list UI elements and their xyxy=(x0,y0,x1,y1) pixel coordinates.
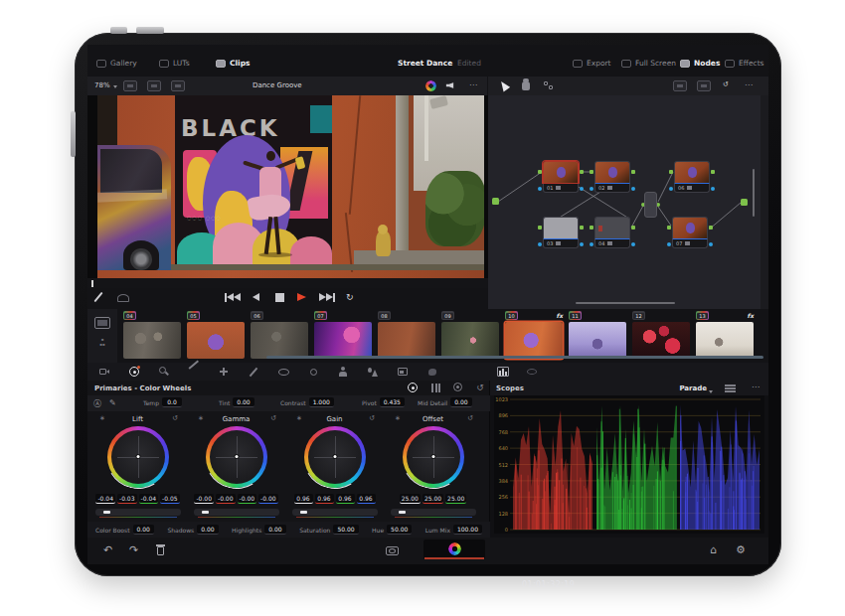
smudge-tool-icon[interactable] xyxy=(427,367,437,377)
history-icon[interactable]: ↺ xyxy=(723,80,729,88)
node-graph[interactable]: 010206030407 xyxy=(488,95,760,309)
viewer-mode-icon-3[interactable] xyxy=(171,80,185,91)
gallery-button[interactable]: Gallery xyxy=(96,59,137,68)
viewer-scrub-bar[interactable] xyxy=(87,278,488,288)
frame-tool-icon[interactable] xyxy=(398,367,408,377)
undo-icon[interactable]: ↶ xyxy=(103,543,112,556)
ellipse-tool-icon[interactable] xyxy=(278,367,288,377)
circle-tool-icon[interactable] xyxy=(308,367,318,377)
wheel-master-slider[interactable] xyxy=(292,509,378,516)
wheel-reset-icon[interactable]: ↺ xyxy=(172,414,178,422)
skip-start-button[interactable] xyxy=(225,293,241,302)
scope-more-icon[interactable]: ⋯ xyxy=(752,383,760,391)
param[interactable]: Lum Mix100.00 xyxy=(425,525,482,535)
settings-gear-icon[interactable]: ⚙ xyxy=(736,543,746,556)
auto-icon[interactable]: Ⓐ xyxy=(93,398,101,409)
timeline-scrollbar[interactable] xyxy=(266,356,763,359)
viewer-more-icon[interactable]: ⋯ xyxy=(469,80,478,89)
param[interactable]: Mid Detail0.00 xyxy=(418,397,472,407)
param[interactable]: Hue50.00 xyxy=(372,525,412,535)
param[interactable]: Color Boost0.00 xyxy=(95,525,154,535)
clips-button[interactable]: Clips xyxy=(216,59,250,68)
graph-node-06[interactable]: 06 xyxy=(674,161,710,193)
color-wheel[interactable]: ∗ Lift ↺ -0.04 -0.03 -0.04 -0.05 xyxy=(89,411,186,522)
play-button[interactable] xyxy=(297,293,306,301)
home-icon[interactable]: ⌂ xyxy=(710,543,717,556)
timeline-clip[interactable]: 09 xyxy=(441,311,501,361)
timeline-clip[interactable]: 04 xyxy=(123,311,183,361)
viewer-mode-icon-2[interactable] xyxy=(147,80,161,91)
picker-tool-icon[interactable] xyxy=(249,367,258,377)
graph-node-02[interactable]: 02 xyxy=(594,161,630,193)
magnify-tool-icon[interactable] xyxy=(159,367,169,377)
color-wheel[interactable]: ∗ Gamma ↺ -0.00 -0.00 -0.00 -0.00 xyxy=(188,411,284,522)
loop-icon[interactable]: ↻ xyxy=(346,292,354,302)
blur-tool-icon[interactable] xyxy=(219,367,229,377)
param[interactable]: Contrast1.000 xyxy=(280,397,334,407)
param[interactable]: Tint0.00 xyxy=(219,397,254,407)
log-mode-icon[interactable] xyxy=(453,383,463,392)
export-button[interactable]: Export xyxy=(573,59,611,68)
color-wheel[interactable]: ∗ Offset ↺ 25.00 25.00 25.00 xyxy=(385,411,481,522)
color-page-tab[interactable] xyxy=(423,539,485,559)
param[interactable]: Highlights0.00 xyxy=(232,525,286,535)
delete-icon[interactable] xyxy=(157,546,164,555)
visibility-icon[interactable] xyxy=(527,367,537,377)
step-back-button[interactable] xyxy=(253,293,259,301)
scope-settings-icon[interactable] xyxy=(725,384,735,393)
param[interactable]: Saturation50.00 xyxy=(299,525,358,535)
timeline-clip[interactable]: 06 xyxy=(251,311,310,361)
cursor-tool-icon[interactable] xyxy=(498,79,510,92)
speaker-icon[interactable] xyxy=(446,82,454,88)
param[interactable]: Pivot0.435 xyxy=(362,397,405,407)
graph-node-04[interactable]: 04 xyxy=(594,217,630,248)
skip-end-button[interactable] xyxy=(319,293,335,302)
video-frame[interactable]: BLACK ◌◌◌ ◌◌◌ NOW BLACK'S xyxy=(97,95,484,278)
wheel-master-slider[interactable] xyxy=(95,509,181,516)
graph-node-03[interactable]: 03 xyxy=(543,217,579,248)
reset-all-icon[interactable]: ↺ xyxy=(475,383,485,392)
wheel-master-slider[interactable] xyxy=(194,509,279,516)
graph-node-07[interactable]: 07 xyxy=(672,217,708,248)
timeline-clip[interactable]: 08 xyxy=(378,311,437,361)
histogram-icon[interactable] xyxy=(497,367,507,377)
bars-mode-icon[interactable] xyxy=(431,384,441,393)
timeline-clip[interactable]: 07 xyxy=(314,311,374,361)
stop-button[interactable] xyxy=(275,293,284,302)
wheel-reset-icon[interactable]: ↺ xyxy=(270,414,276,422)
node-view-icon-1[interactable] xyxy=(673,80,687,91)
luts-button[interactable]: LUTs xyxy=(159,59,190,68)
timeline-clip[interactable]: 05 xyxy=(187,311,247,361)
mixer-node[interactable] xyxy=(644,192,657,218)
color-dot-tool-icon[interactable] xyxy=(129,367,139,377)
compare-icon[interactable] xyxy=(117,294,129,302)
redo-icon[interactable]: ↷ xyxy=(129,543,138,556)
wheel-reset-icon[interactable]: ↺ xyxy=(369,414,375,422)
param[interactable]: Temp0.0 xyxy=(143,397,182,407)
camera-tool-icon[interactable] xyxy=(99,367,109,377)
scope-mode-select[interactable]: Parade xyxy=(679,385,707,392)
colorwheel-icon[interactable] xyxy=(425,80,436,91)
timeline-icon[interactable] xyxy=(94,317,110,329)
eyedropper-icon[interactable] xyxy=(93,292,102,302)
effects-button[interactable]: Effects xyxy=(725,59,764,68)
fullscreen-button[interactable]: Full Screen xyxy=(621,59,676,68)
node-more-icon[interactable]: ⋯ xyxy=(745,80,754,89)
node-view-icon-2[interactable] xyxy=(697,80,711,91)
bypass-icon[interactable] xyxy=(386,546,399,555)
color-wheel[interactable]: ∗ Gain ↺ 0.96 0.96 0.96 0.96 xyxy=(286,411,383,522)
nodes-button[interactable]: Nodes xyxy=(680,59,720,68)
hand-tool-icon[interactable] xyxy=(522,81,530,90)
timeline-clip[interactable]: 12 xyxy=(632,311,692,361)
curves-tool-icon[interactable] xyxy=(189,367,199,377)
link-tool-icon[interactable] xyxy=(544,81,554,90)
wheels-mode-icon[interactable] xyxy=(408,383,418,392)
node-vscroll[interactable] xyxy=(753,169,755,217)
pen-icon[interactable]: ✎ xyxy=(109,398,116,407)
wheel-master-slider[interactable] xyxy=(391,509,476,516)
node-hscroll[interactable] xyxy=(576,302,675,304)
graph-node-01[interactable]: 01 xyxy=(543,161,579,193)
wheel-reset-icon[interactable]: ↺ xyxy=(467,414,473,422)
timeline-clip[interactable]: 10 fx xyxy=(505,311,565,361)
viewer-mode-icon-1[interactable] xyxy=(123,80,137,91)
